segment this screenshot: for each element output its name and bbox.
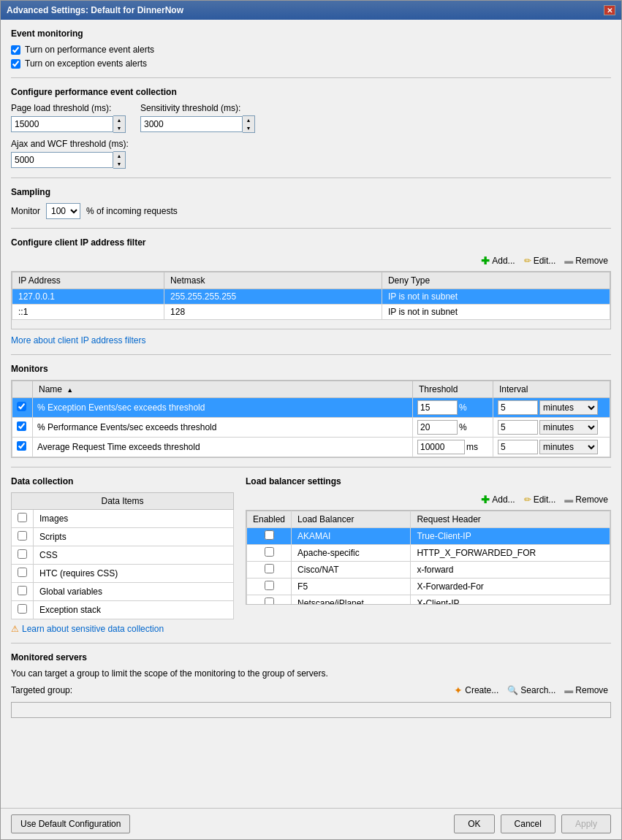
sensitivity-spin-down[interactable]: ▼ xyxy=(243,124,254,132)
lb-name-cell: AKAMAI xyxy=(292,528,411,545)
create-icon: ✦ xyxy=(454,684,463,696)
lb-edit-button[interactable]: ✏ Edit... xyxy=(521,493,559,506)
lb-enabled-checkbox[interactable] xyxy=(265,530,274,540)
table-row[interactable]: Cisco/NAT x-forward xyxy=(247,562,610,579)
monitor-interval-select[interactable]: minutes hours xyxy=(539,440,598,454)
monitor-name-cell: % Exception Events/sec exceeds threshold xyxy=(33,398,413,418)
lb-name-cell: F5 xyxy=(292,579,411,595)
ip-more-link[interactable]: More about client IP address filters xyxy=(11,335,146,345)
data-item-label: HTC (requires CSS) xyxy=(34,565,234,583)
use-default-button[interactable]: Use Default Configuration xyxy=(11,814,130,833)
ok-button[interactable]: OK xyxy=(454,814,494,833)
monitored-servers-section: Monitored servers You can target a group… xyxy=(11,652,611,718)
ajax-spin-down[interactable]: ▼ xyxy=(113,160,125,168)
monitor-threshold-input[interactable] xyxy=(417,440,465,454)
monitor-interval-cell: minutes hours xyxy=(493,418,610,438)
create-label: Create... xyxy=(465,685,498,695)
perf-alerts-checkbox[interactable] xyxy=(11,45,20,55)
data-item-check-cell xyxy=(12,546,34,565)
perf-event-title: Configure performance event collection xyxy=(11,87,611,97)
table-row[interactable]: Average Request Time exceeds threshold m… xyxy=(12,438,610,457)
monitor-interval-select[interactable]: minutes hours xyxy=(539,420,598,435)
lb-remove-button[interactable]: ▬ Remove xyxy=(561,493,611,506)
monitor-interval-input[interactable] xyxy=(498,400,538,415)
sensitive-data-link[interactable]: Learn about sensitive data collection xyxy=(22,624,164,634)
table-row[interactable]: Apache-specific HTTP_X_FORWARDED_FOR xyxy=(247,545,610,562)
table-row[interactable]: AKAMAI True-Client-IP xyxy=(247,528,610,545)
apply-button[interactable]: Apply xyxy=(561,814,611,833)
sensitivity-input[interactable] xyxy=(140,116,243,132)
cancel-button[interactable]: Cancel xyxy=(501,814,555,833)
search-label: Search... xyxy=(520,685,555,695)
close-button[interactable]: ✕ xyxy=(604,5,615,15)
perf-alerts-row: Turn on performance event alerts xyxy=(11,45,611,55)
monitor-interval-input[interactable] xyxy=(498,420,538,435)
monitors-container: Name ▲ Threshold Interval % Exception Ev… xyxy=(11,380,611,458)
ip-table-container: IP Address Netmask Deny Type 127.0.0.1 2… xyxy=(11,271,611,329)
page-load-spin-up[interactable]: ▲ xyxy=(113,116,125,124)
main-window: Advanced Settings: Default for DinnerNow… xyxy=(0,0,622,840)
monitor-threshold-input[interactable] xyxy=(417,400,458,415)
page-load-input[interactable] xyxy=(11,116,113,132)
monitor-checkbox[interactable] xyxy=(17,421,26,431)
lb-enabled-checkbox[interactable] xyxy=(265,597,274,605)
ajax-spin-up[interactable]: ▲ xyxy=(113,152,125,160)
page-load-spin-down[interactable]: ▼ xyxy=(113,124,125,132)
monitor-interval-select[interactable]: minutes hours xyxy=(539,400,598,415)
sampling-select[interactable]: 100 75 50 25 10 xyxy=(46,203,80,219)
monitor-interval-input[interactable] xyxy=(498,440,538,454)
divider-1 xyxy=(11,77,611,78)
monitor-threshold-input[interactable] xyxy=(417,420,458,435)
create-button[interactable]: ✦ Create... xyxy=(451,683,501,698)
table-row[interactable]: % Performance Events/sec exceeds thresho… xyxy=(12,418,610,438)
search-button[interactable]: 🔍 Search... xyxy=(504,684,558,697)
ip-remove-button[interactable]: ▬ Remove xyxy=(561,254,611,267)
lb-enabled-cell xyxy=(247,545,292,562)
lb-add-button[interactable]: ✚ Add... xyxy=(478,492,517,507)
global-vars-checkbox[interactable] xyxy=(18,586,27,595)
exception-stack-checkbox[interactable] xyxy=(18,604,27,614)
ip-cell: 127.0.0.1 xyxy=(12,289,164,305)
data-item-label: Exception stack xyxy=(34,601,234,619)
lb-enabled-cell xyxy=(247,562,292,579)
table-row[interactable]: % Exception Events/sec exceeds threshold… xyxy=(12,398,610,418)
monitored-servers-desc: You can target a group to limit the scop… xyxy=(11,668,611,679)
targeted-group-label: Targeted group: xyxy=(11,685,72,695)
table-row[interactable]: Netscape/iPlanet X-Client-IP xyxy=(247,595,610,606)
monitor-checkbox[interactable] xyxy=(17,402,26,411)
group-actions: ✦ Create... 🔍 Search... ▬ Remove xyxy=(451,683,611,698)
table-row: Scripts xyxy=(12,528,234,546)
lb-add-icon: ✚ xyxy=(481,494,490,505)
exception-alerts-checkbox[interactable] xyxy=(11,59,20,69)
lb-enabled-cell xyxy=(247,595,292,606)
css-checkbox[interactable] xyxy=(18,549,27,559)
images-checkbox[interactable] xyxy=(18,513,27,522)
group-remove-icon: ▬ xyxy=(564,685,573,695)
monitor-checkbox[interactable] xyxy=(17,441,26,451)
table-row[interactable]: ::1 128 IP is not in subnet xyxy=(12,305,610,320)
lb-enabled-checkbox[interactable] xyxy=(265,564,274,573)
exception-alerts-row: Turn on exception events alerts xyxy=(11,58,611,69)
group-remove-button[interactable]: ▬ Remove xyxy=(561,684,611,697)
sensitivity-spin-up[interactable]: ▲ xyxy=(243,116,254,124)
scripts-checkbox[interactable] xyxy=(18,531,27,541)
table-row[interactable]: 127.0.0.1 255.255.255.255 IP is not in s… xyxy=(12,289,610,305)
threshold-row: Page load threshold (ms): ▲ ▼ Sensitivit… xyxy=(11,103,611,133)
ajax-label: Ajax and WCF threshold (ms): xyxy=(11,139,611,149)
sampling-row: Monitor 100 75 50 25 10 % of incoming re… xyxy=(11,203,611,219)
ip-table: IP Address Netmask Deny Type 127.0.0.1 2… xyxy=(12,272,610,320)
ip-add-button[interactable]: ✚ Add... xyxy=(478,253,517,268)
lb-enabled-checkbox[interactable] xyxy=(265,581,274,590)
data-item-label: Global variables xyxy=(34,583,234,601)
load-balancer-section: Load balancer settings ✚ Add... ✏ Edit..… xyxy=(246,476,611,634)
targeted-group-input[interactable] xyxy=(11,702,611,718)
lb-table: Enabled Load Balancer Request Header AKA… xyxy=(246,511,610,605)
threshold-unit: ms xyxy=(466,442,478,452)
ip-edit-button[interactable]: ✏ Edit... xyxy=(521,254,559,267)
netmask-cell: 128 xyxy=(164,305,382,320)
table-row[interactable]: F5 X-Forwarded-For xyxy=(247,579,610,595)
htc-checkbox[interactable] xyxy=(18,568,27,577)
ajax-input[interactable] xyxy=(11,152,113,168)
lb-enabled-checkbox[interactable] xyxy=(265,547,274,557)
data-item-check-cell xyxy=(12,601,34,619)
